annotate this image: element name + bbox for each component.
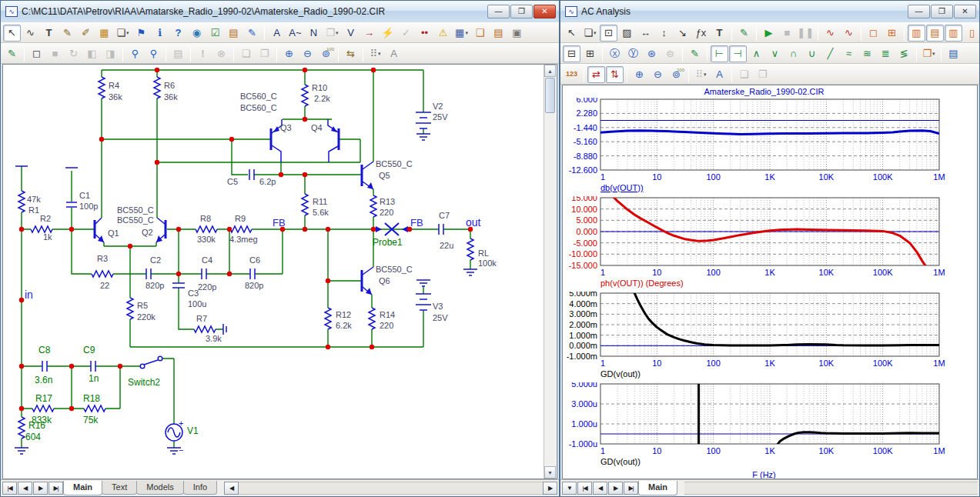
attribute-dialog-button[interactable]: ✎ [3, 45, 21, 62]
cursor-peak-button[interactable]: ∧ [748, 45, 765, 62]
line-tool-button[interactable]: ✎ [59, 25, 76, 42]
region-box-button[interactable]: ▤ [225, 25, 242, 42]
cursor-prev-button[interactable]: ⊣ [729, 45, 747, 62]
vertical-scrollbar[interactable]: ▲ ▼ [544, 65, 556, 479]
drc-warning-button[interactable]: ⚠ [434, 25, 452, 42]
panel-layout-split-button[interactable]: ▥ [945, 25, 962, 42]
tab-main[interactable]: Main [638, 481, 677, 495]
tab-list-button[interactable]: ▼ [562, 482, 577, 495]
select-box-button[interactable]: ◻ [28, 45, 45, 62]
point-tag-mode-button[interactable]: ↘ [674, 25, 691, 42]
text-box-button[interactable]: ▤ [169, 45, 187, 62]
text-tool-button[interactable]: T [40, 25, 58, 42]
ac-first-page-button[interactable]: |◀ [577, 482, 592, 495]
vertical-cursor-button[interactable]: ⇅ [606, 66, 624, 83]
rotate-button[interactable]: ↻ [65, 45, 82, 62]
show-attribute-text-button[interactable]: A [268, 25, 286, 42]
show-currents-button[interactable]: → [360, 25, 378, 42]
ac-prev-page-button[interactable]: ◀ [593, 482, 607, 495]
numeric-output-button[interactable]: ▤ [945, 45, 962, 62]
tab-info[interactable]: Info [183, 481, 217, 495]
box-fill-button[interactable]: ■ [46, 45, 64, 62]
font-tool-button[interactable]: A [385, 45, 403, 62]
close-button[interactable]: ✕ [533, 5, 556, 18]
show-conditions-button[interactable]: ✓ [397, 25, 415, 42]
zoom-100-button[interactable]: ⊚100 [317, 45, 335, 62]
cursor-top-button[interactable]: ≋ [858, 45, 876, 62]
bring-to-front-button[interactable]: ❏ [237, 45, 255, 62]
page-annotate-button[interactable]: ✎ [243, 25, 261, 42]
flip-horizontal-button[interactable]: ◧ [83, 45, 101, 62]
cursor-next-button[interactable]: ⊢ [711, 45, 728, 62]
scroll-up-button[interactable]: ▲ [544, 65, 556, 77]
scroll-left-button[interactable]: ◀ [224, 482, 239, 495]
error-check-button[interactable]: ! [194, 45, 212, 62]
plot-area[interactable]: Amaterske_Radio_1990-02.CIR 6.0002.280-1… [562, 85, 978, 479]
select-border-button[interactable]: ▣ [508, 25, 526, 42]
dot-grid-button[interactable]: ⠿▾ [692, 66, 710, 83]
find-button[interactable]: ⚲ [126, 45, 144, 62]
cursor-global-button[interactable]: ≶ [895, 45, 913, 62]
flag-tool-button[interactable]: ⚑ [132, 25, 150, 42]
vertical-tag-mode-button[interactable]: ↕ [655, 25, 673, 42]
scroll-down-button[interactable]: ▼ [544, 466, 556, 479]
page-flip-button[interactable]: ⇆ [342, 45, 360, 62]
show-pin-connections-button[interactable]: •• [416, 25, 433, 42]
select-tool-button[interactable]: ↖ [563, 25, 580, 42]
page-info-button[interactable]: ▤ [490, 25, 507, 42]
show-wire-text-button[interactable]: A~ [286, 25, 304, 42]
web-link-mode-button[interactable]: ◉ [188, 25, 206, 42]
panel-layout-horizontal-button[interactable]: ▤ [926, 25, 944, 42]
show-node-numbers-button[interactable]: N [305, 25, 323, 42]
scrollbar-track[interactable] [544, 114, 556, 466]
shape-tool-button[interactable]: ❏▾ [114, 25, 132, 42]
cursor-curve-left-button[interactable]: ∿ [821, 25, 839, 42]
last-page-button[interactable]: ▶| [48, 482, 63, 495]
grid-toggle-button[interactable]: ▦▾ [453, 25, 470, 42]
cursor-bottom-button[interactable]: ≣ [877, 45, 895, 62]
show-power-button[interactable]: ⚡ [379, 25, 396, 42]
text-mode-button[interactable]: T [711, 25, 728, 42]
new-page-button[interactable]: ❑ [471, 25, 489, 42]
cursor-inflection-button[interactable]: ╱ [821, 45, 839, 62]
ac-close-button[interactable]: ✕ [954, 5, 976, 18]
single-curve-plot-button[interactable]: ⊟ [563, 45, 580, 62]
minimize-button[interactable]: — [487, 5, 510, 18]
schematic-canvas[interactable]: R4 36k R6 36k R10 2.2k BC560_C BC560_C Q… [2, 64, 557, 479]
cursor-mode-button[interactable]: ▨ [618, 25, 636, 42]
fx-axis-settings-button[interactable]: ⊛ [643, 45, 661, 62]
formula-mode-button[interactable]: ƒx [692, 25, 710, 42]
panel-layout-stacked-button[interactable]: ▥ [908, 25, 925, 42]
data-points-button[interactable]: ⊞ [883, 25, 901, 42]
hscroll-track[interactable] [239, 482, 543, 495]
tab-models[interactable]: Models [136, 481, 183, 495]
ac-titlebar[interactable]: ∿ AC Analysis — ❐ ✕ [560, 1, 979, 22]
ac-last-page-button[interactable]: ▶| [624, 482, 638, 495]
shape-tool-button[interactable]: ❏▾ [581, 25, 599, 42]
cursor-low-button[interactable]: ∪ [803, 45, 821, 62]
font-tool-button[interactable]: A [711, 66, 728, 83]
prev-page-button[interactable]: ◀ [18, 482, 32, 495]
x-axis-settings-button[interactable]: ⓧ [606, 45, 624, 62]
plot-properties-button[interactable]: ✎ [686, 45, 704, 62]
clear-marks-button[interactable]: ⊗ [212, 45, 230, 62]
properties-button[interactable]: ✎ [735, 25, 753, 42]
dot-grid-button[interactable]: ⠿▾ [366, 45, 384, 62]
tiled-plots-button[interactable]: ⊞ [581, 45, 599, 62]
bring-to-front-button[interactable]: ❏ [735, 66, 753, 83]
send-to-back-button[interactable]: ❐ [754, 66, 771, 83]
send-to-back-button[interactable]: ❐ [256, 45, 273, 62]
cursor-round-button[interactable]: ≈ [840, 45, 858, 62]
horizontal-tag-mode-button[interactable]: ↔ [637, 25, 654, 42]
pause-button[interactable]: ❚❚ [797, 25, 814, 42]
zoom-out-button[interactable]: ⊖ [649, 66, 667, 83]
first-page-button[interactable]: |◀ [2, 482, 17, 495]
zoom-in-button[interactable]: ⊕ [280, 45, 298, 62]
picture-tool-button[interactable]: ▦ [95, 25, 113, 42]
cursor-high-button[interactable]: ∩ [784, 45, 802, 62]
horizontal-scrollbar[interactable]: ◀ ▶ [224, 482, 557, 495]
horizontal-cursor-button[interactable]: ⇄ [587, 66, 605, 83]
zoom-in-button[interactable]: ⊕ [630, 66, 648, 83]
help-mode-button[interactable]: ? [169, 25, 187, 42]
ac-next-page-button[interactable]: ▶ [608, 482, 623, 495]
